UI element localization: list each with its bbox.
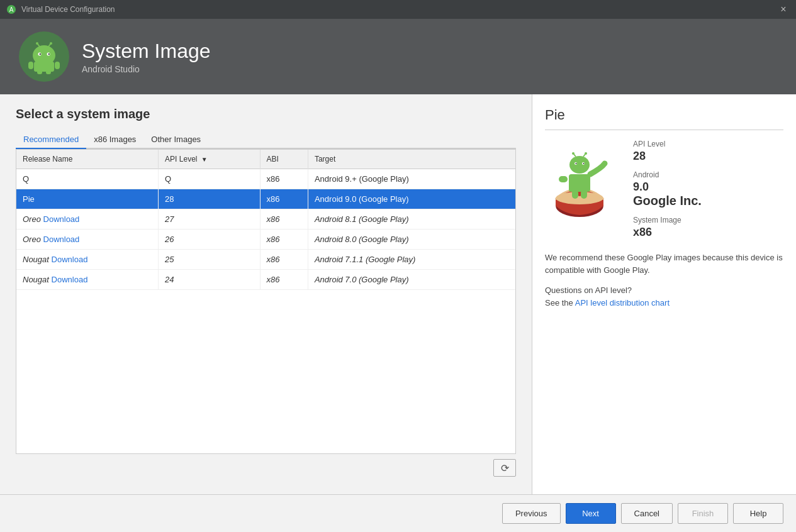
table-row[interactable]: Oreo Download27x86Android 8.1 (Google Pl… xyxy=(16,209,515,230)
svg-rect-14 xyxy=(37,70,42,74)
svg-point-6 xyxy=(48,53,50,55)
svg-rect-12 xyxy=(28,62,33,69)
cell-release-name: Oreo Download xyxy=(16,230,159,250)
svg-point-29 xyxy=(585,152,587,155)
cell-target: Android 9.0 (Google Play) xyxy=(308,189,515,209)
cell-abi: x86 xyxy=(260,209,308,230)
content-area: Select a system image Recommended x86 Im… xyxy=(0,94,796,494)
download-link[interactable]: Download xyxy=(43,214,80,224)
col-release-name: Release Name xyxy=(16,150,159,169)
svg-point-25 xyxy=(583,163,585,164)
download-link[interactable]: Download xyxy=(52,255,88,264)
detail-title: Pie xyxy=(545,107,783,123)
tab-recommended[interactable]: Recommended xyxy=(16,131,86,149)
col-target: Target xyxy=(308,150,515,169)
system-image-label: System Image xyxy=(633,216,783,224)
cell-release-name: Pie xyxy=(16,189,159,209)
col-abi: ABI xyxy=(260,150,308,169)
header-subtitle: Android Studio xyxy=(82,64,211,74)
tab-otherimages[interactable]: Other Images xyxy=(143,131,208,149)
cell-api-level: 28 xyxy=(159,189,260,209)
cell-api-level: 25 xyxy=(159,250,260,270)
cell-abi: x86 xyxy=(260,230,308,250)
api-level-value: 28 xyxy=(633,150,783,163)
sort-icon: ▼ xyxy=(201,156,208,163)
previous-button[interactable]: Previous xyxy=(502,503,561,524)
svg-point-27 xyxy=(572,152,575,155)
cell-release-name: Q xyxy=(16,169,159,189)
svg-rect-11 xyxy=(34,62,54,72)
table-row[interactable]: Nougat Download24x86Android 7.0 (Google … xyxy=(16,270,515,290)
table-row[interactable]: QQx86Android 9.+ (Google Play) xyxy=(16,169,515,189)
header-logo xyxy=(19,31,69,82)
detail-info: API Level 28 Android 9.0 Google Inc. Sys… xyxy=(633,140,783,239)
download-link[interactable]: Download xyxy=(43,235,80,244)
help-button[interactable]: Help xyxy=(733,503,783,524)
header-text: System Image Android Studio xyxy=(82,40,211,74)
tab-x86images[interactable]: x86 Images xyxy=(86,131,143,149)
api-level-label: API Level xyxy=(633,140,783,148)
svg-rect-13 xyxy=(55,62,60,69)
header: System Image Android Studio xyxy=(0,19,796,94)
vendor-value: Google Inc. xyxy=(633,194,783,208)
table-row[interactable]: Pie28x86Android 9.0 (Google Play) xyxy=(16,189,515,209)
title-bar: A Virtual Device Configuration × xyxy=(0,0,796,19)
panel-divider xyxy=(545,130,783,130)
cell-api-level: 27 xyxy=(159,209,260,230)
cell-target: Android 8.0 (Google Play) xyxy=(308,230,515,250)
svg-rect-32 xyxy=(581,190,587,199)
android-value: 9.0 xyxy=(633,180,783,194)
cancel-button[interactable]: Cancel xyxy=(621,503,673,524)
table-header-row: Release Name API Level ▼ ABI Target xyxy=(16,150,515,169)
finish-button[interactable]: Finish xyxy=(678,503,728,524)
cell-api-level: 24 xyxy=(159,270,260,290)
left-panel: Select a system image Recommended x86 Im… xyxy=(0,94,532,494)
svg-point-8 xyxy=(36,42,38,45)
detail-image xyxy=(545,140,620,215)
col-api-level[interactable]: API Level ▼ xyxy=(159,150,260,169)
cell-abi: x86 xyxy=(260,250,308,270)
system-image-table: Release Name API Level ▼ ABI Target xyxy=(16,149,516,454)
download-link[interactable]: Download xyxy=(52,275,88,284)
api-level-chart-link[interactable]: API level distribution chart xyxy=(575,298,670,308)
android-pie-image xyxy=(545,140,620,221)
title-bar-text: Virtual Device Configuration xyxy=(21,5,115,14)
cell-target: Android 7.0 (Google Play) xyxy=(308,270,515,290)
android-studio-logo xyxy=(25,38,63,75)
next-button[interactable]: Next xyxy=(566,503,616,524)
cell-abi: x86 xyxy=(260,169,308,189)
svg-point-5 xyxy=(40,53,41,55)
system-image-value: x86 xyxy=(633,226,783,239)
svg-point-10 xyxy=(50,42,52,45)
svg-rect-20 xyxy=(569,174,590,192)
cell-release-name: Nougat Download xyxy=(16,250,159,270)
main-content: Select a system image Recommended x86 Im… xyxy=(0,94,796,532)
app-icon: A xyxy=(6,4,16,14)
header-title: System Image xyxy=(82,40,211,63)
android-label: Android xyxy=(633,170,783,179)
svg-rect-31 xyxy=(572,190,578,199)
api-question: Questions on API level? xyxy=(545,285,783,295)
cell-target: Android 9.+ (Google Play) xyxy=(308,169,515,189)
cell-abi: x86 xyxy=(260,189,308,209)
cell-release-name: Oreo Download xyxy=(16,209,159,230)
cell-abi: x86 xyxy=(260,270,308,290)
cell-target: Android 8.1 (Google Play) xyxy=(308,209,515,230)
recommendation-text: We recommend these Google Play images be… xyxy=(545,252,783,276)
pie-content: API Level 28 Android 9.0 Google Inc. Sys… xyxy=(545,140,783,239)
svg-rect-30 xyxy=(559,176,568,182)
svg-point-24 xyxy=(576,163,577,164)
svg-point-21 xyxy=(569,156,590,174)
svg-rect-15 xyxy=(46,70,51,74)
cell-target: Android 7.1.1 (Google Play) xyxy=(308,250,515,270)
table-row[interactable]: Nougat Download25x86Android 7.1.1 (Googl… xyxy=(16,250,515,270)
tabs-container: Recommended x86 Images Other Images xyxy=(16,131,516,149)
close-button[interactable]: × xyxy=(777,3,790,16)
table-row[interactable]: Oreo Download26x86Android 8.0 (Google Pl… xyxy=(16,230,515,250)
refresh-button[interactable]: ⟳ xyxy=(493,459,516,477)
right-panel: Pie xyxy=(532,94,796,494)
section-title: Select a system image xyxy=(16,107,516,121)
bottom-bar: Previous Next Cancel Finish Help xyxy=(0,494,796,532)
title-bar-left: A Virtual Device Configuration xyxy=(6,4,115,14)
cell-api-level: 26 xyxy=(159,230,260,250)
